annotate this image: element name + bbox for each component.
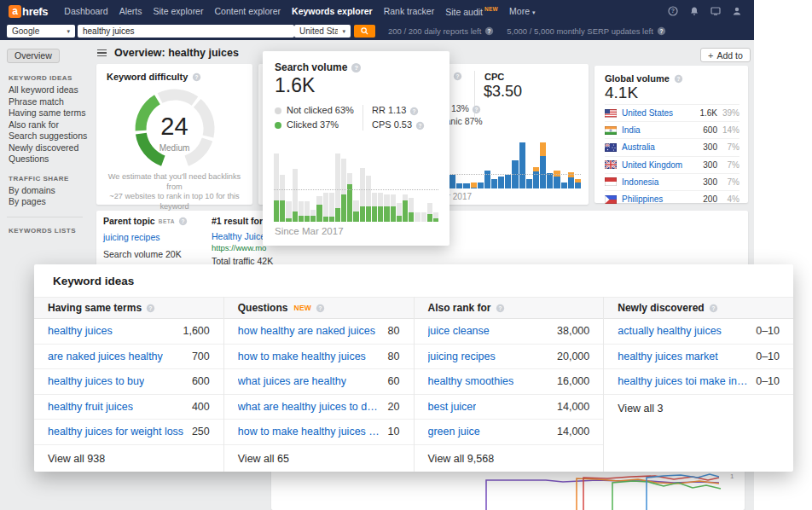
- keyword-row: actually healthy juices0–10: [604, 319, 793, 345]
- nav-item-keywords-explorer[interactable]: Keywords explorer: [292, 6, 373, 16]
- keyword-volume: 80: [388, 351, 400, 362]
- keyword-link[interactable]: healthy juices to buy: [48, 375, 144, 387]
- nav-item-alerts[interactable]: Alerts: [119, 6, 142, 16]
- help-icon[interactable]: [179, 217, 187, 224]
- country-link-philippines[interactable]: Philippines: [622, 194, 663, 204]
- nav-item-rank-tracker[interactable]: Rank tracker: [384, 6, 435, 16]
- keyword-link[interactable]: how to make healthy juices at home: [238, 426, 381, 438]
- panel-title: Keyword difficulty: [107, 72, 188, 82]
- search-volume-trend-chart: [274, 152, 438, 222]
- country-link-united-states[interactable]: United States: [622, 108, 673, 118]
- view-all-link[interactable]: View all 9,568: [415, 445, 604, 472]
- nav-item-site-audit[interactable]: Site auditNEW: [445, 6, 498, 17]
- sidebar-item-overview[interactable]: Overview: [7, 49, 60, 63]
- keyword-link[interactable]: are naked juices healthy: [48, 351, 163, 362]
- keyword-link[interactable]: healthy smoothies: [428, 375, 514, 387]
- help-icon[interactable]: [454, 72, 461, 80]
- keyword-link[interactable]: what juices are healthy: [238, 375, 346, 387]
- keyword-volume: 0–10: [756, 375, 780, 387]
- flag-us-icon: [605, 109, 617, 118]
- help-icon[interactable]: [473, 106, 480, 113]
- sidebar-item-phrase-match[interactable]: Phrase match: [0, 96, 90, 108]
- nav-item-more[interactable]: More▾: [509, 6, 535, 16]
- keyword-link[interactable]: green juice: [428, 426, 480, 438]
- add-to-button[interactable]: + Add to: [700, 48, 751, 62]
- keyword-volume: 38,000: [557, 325, 589, 337]
- keyword-volume: 600: [192, 375, 210, 387]
- country-volume-row: India60014%: [605, 121, 740, 138]
- help-icon[interactable]: [675, 74, 682, 82]
- keyword-link[interactable]: juice cleanse: [428, 325, 490, 337]
- bell-icon[interactable]: [689, 6, 699, 16]
- clicked-dot: [275, 122, 281, 129]
- keyword-link[interactable]: healthy juices toi make in juicer: [618, 375, 749, 387]
- help-icon[interactable]: [416, 121, 424, 129]
- menu-icon[interactable]: [97, 49, 107, 57]
- country-link-united-kingdom[interactable]: United Kingdom: [622, 160, 682, 170]
- bar: [341, 152, 346, 222]
- view-all-link[interactable]: View all 65: [224, 445, 414, 472]
- help-icon[interactable]: [351, 63, 361, 72]
- country-link-australia[interactable]: Australia: [622, 142, 655, 152]
- user-icon[interactable]: [732, 6, 742, 16]
- sidebar-item-by-pages[interactable]: By pages: [0, 196, 90, 208]
- sidebar-item-by-domains[interactable]: By domains: [0, 185, 90, 197]
- top-navigation-bar: a hrefs DashboardAlertsSite explorerCont…: [0, 0, 754, 22]
- rr-cps-stats: RR 1.13 CPS 0.53: [372, 103, 425, 132]
- bar: [409, 152, 414, 222]
- help-icon[interactable]: [316, 304, 324, 311]
- help-icon[interactable]: [658, 27, 665, 35]
- sidebar-item-also-rank-for[interactable]: Also rank for: [0, 119, 90, 131]
- monitor-icon[interactable]: [710, 6, 721, 16]
- keyword-link[interactable]: how to make healthy juices: [238, 351, 366, 362]
- country-link-indonesia[interactable]: Indonesia: [622, 177, 658, 187]
- search-engine-select[interactable]: Google ▾: [7, 25, 75, 38]
- sidebar-section-keyword-ideas: KEYWORD IDEASAll keyword ideasPhrase mat…: [0, 74, 90, 165]
- flag-ph-icon: [605, 195, 617, 204]
- bar: [463, 125, 469, 188]
- bar: [304, 152, 310, 222]
- ahrefs-logo[interactable]: a hrefs: [9, 5, 48, 18]
- sidebar-item-questions[interactable]: Questions: [0, 154, 90, 165]
- view-all-link[interactable]: View all 3: [604, 395, 793, 422]
- view-all-link[interactable]: View all 938: [34, 445, 223, 472]
- column-header-also-rank-for: Also rank for: [415, 297, 604, 319]
- keyword-link[interactable]: how healthy are naked juices: [238, 325, 375, 337]
- nav-item-site-explorer[interactable]: Site explorer: [154, 6, 204, 16]
- position-history-chart: [271, 467, 745, 510]
- nav-item-content-explorer[interactable]: Content explorer: [214, 6, 281, 16]
- bar: [433, 152, 438, 222]
- keyword-link[interactable]: best juicer: [428, 401, 477, 413]
- country-volume-row: Australia3007%: [605, 138, 740, 155]
- help-icon[interactable]: [193, 72, 200, 80]
- sidebar-item-newly-discovered[interactable]: Newly discovered: [0, 142, 90, 154]
- sidebar-section-title: KEYWORDS LISTS: [9, 227, 83, 235]
- nav-item-dashboard[interactable]: Dashboard: [64, 6, 107, 16]
- help-icon[interactable]: [410, 107, 418, 114]
- country-link-india[interactable]: India: [622, 125, 641, 135]
- keyword-ideas-column-questions: QuestionsNEWhow healthy are naked juices…: [223, 297, 414, 472]
- keyword-link[interactable]: healthy juices for weight loss: [48, 426, 183, 438]
- keyword-link[interactable]: healthy juices: [48, 325, 113, 337]
- keyword-link[interactable]: healthy fruit juices: [48, 401, 133, 413]
- parent-topic-link[interactable]: juicing recipes: [103, 232, 188, 242]
- keyword-link[interactable]: juicing recipes: [428, 351, 496, 362]
- sidebar-item-all-keyword-ideas[interactable]: All keyword ideas: [0, 84, 90, 96]
- help-icon[interactable]: [496, 304, 503, 311]
- country-volume-pct: 7%: [717, 177, 740, 187]
- country-select[interactable]: United States ▾: [294, 25, 351, 38]
- sidebar-item-search-suggestions[interactable]: Search suggestions: [0, 130, 90, 142]
- sidebar-item-having-same-terms[interactable]: Having same terms: [0, 107, 90, 119]
- help-icon[interactable]: [709, 304, 716, 311]
- keyword-row: how healthy are naked juices80: [224, 319, 414, 345]
- help-icon[interactable]: [147, 304, 154, 311]
- keyword-link[interactable]: actually healthy juices: [618, 325, 722, 337]
- search-button[interactable]: [354, 25, 375, 38]
- keyword-link[interactable]: healthy juices market: [618, 351, 717, 362]
- bar: [293, 152, 298, 222]
- keyword-link[interactable]: what are healthy juices to drink: [238, 401, 381, 413]
- keyword-volume: 20,000: [557, 351, 589, 362]
- help-icon[interactable]: [485, 27, 493, 35]
- keyword-search-input[interactable]: [78, 25, 294, 38]
- help-circle-icon[interactable]: ?: [668, 6, 678, 16]
